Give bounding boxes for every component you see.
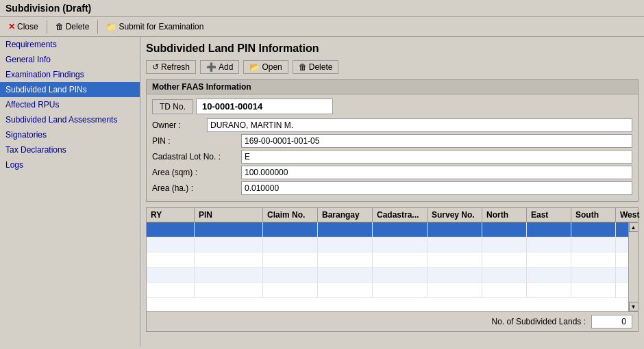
- cell-cadastra: [373, 268, 428, 282]
- refresh-icon: ↺: [152, 62, 159, 72]
- grid-footer: No. of Subdivided Lands : 0: [147, 311, 638, 331]
- sidebar-item-examination-findings[interactable]: Examination Findings: [0, 67, 140, 82]
- cell-cadastra: [373, 283, 428, 297]
- cell-south: [571, 253, 616, 267]
- td-row: TD No. 10-0001-00014: [152, 99, 632, 114]
- delete-button[interactable]: 🗑 Delete: [53, 21, 92, 33]
- cell-pin: [195, 283, 263, 297]
- cadastral-lot-row: Cadastral Lot No. : E: [152, 150, 632, 164]
- table-row[interactable]: [147, 283, 628, 298]
- submit-button[interactable]: 📁 Submit for Examination: [103, 21, 206, 33]
- cell-north: [482, 222, 527, 237]
- cell-cadastra: [373, 237, 428, 252]
- sidebar: Requirements General Info Examination Fi…: [0, 37, 140, 346]
- sidebar-item-tax-declarations[interactable]: Tax Declarations: [0, 142, 140, 157]
- cell-pin: [195, 268, 263, 282]
- sidebar-item-subdivided-land-pins[interactable]: Subdivided Land PINs: [0, 82, 140, 97]
- close-button[interactable]: ✕ Close: [5, 21, 41, 33]
- submit-label: Submit for Examination: [119, 22, 203, 31]
- cell-survey: [428, 253, 482, 267]
- add-label: Add: [219, 62, 233, 72]
- cell-north: [482, 237, 527, 252]
- sidebar-item-logs[interactable]: Logs: [0, 157, 140, 172]
- pin-row: PIN : 169-00-0001-001-05: [152, 134, 632, 148]
- sidebar-item-subdivided-land-assessments[interactable]: Subdivided Land Assessments: [0, 112, 140, 127]
- action-delete-icon: 🗑: [299, 62, 307, 72]
- cell-west: [616, 237, 628, 252]
- cell-east: [527, 237, 571, 252]
- cell-claim: [263, 222, 318, 237]
- footer-label: No. of Subdivided Lands :: [492, 317, 586, 326]
- close-icon: ✕: [8, 22, 15, 31]
- action-delete-label: Delete: [309, 62, 333, 72]
- page-title: Subdivided Land PIN Information: [146, 42, 639, 55]
- submit-icon: 📁: [106, 22, 116, 31]
- cell-ry: [147, 222, 195, 237]
- cell-claim: [263, 268, 318, 282]
- grid-header: RY PIN Claim No. Barangay Cadastra... Su…: [147, 208, 638, 222]
- open-button[interactable]: 📂 Open: [243, 60, 288, 74]
- cell-ry: [147, 268, 195, 282]
- panel-body: TD No. 10-0001-00014 Owner : DURANO, MAR…: [147, 94, 638, 201]
- add-icon: ➕: [206, 62, 216, 72]
- cell-survey: [428, 283, 482, 297]
- cell-claim: [263, 283, 318, 297]
- area-ha-label: Area (ha.) :: [152, 183, 241, 193]
- table-row[interactable]: [147, 253, 628, 268]
- action-delete-button[interactable]: 🗑 Delete: [293, 60, 339, 74]
- main-layout: Requirements General Info Examination Fi…: [0, 37, 644, 346]
- grid-body[interactable]: [147, 222, 628, 311]
- cell-claim: [263, 237, 318, 252]
- table-row[interactable]: [147, 222, 628, 237]
- owner-row: Owner : DURANO, MARTIN M.: [152, 118, 632, 132]
- action-toolbar: ↺ Refresh ➕ Add 📂 Open 🗑 Delete: [146, 60, 639, 74]
- refresh-label: Refresh: [161, 62, 190, 72]
- separator-2: [97, 20, 98, 34]
- col-pin: PIN: [195, 208, 263, 222]
- cell-barangay: [318, 268, 373, 282]
- sidebar-item-requirements[interactable]: Requirements: [0, 37, 140, 52]
- cell-pin: [195, 237, 263, 252]
- title-bar: Subdivision (Draft): [0, 0, 644, 17]
- area-sqm-row: Area (sqm) : 100.000000: [152, 166, 632, 179]
- col-west: West: [616, 208, 644, 222]
- mother-faas-panel: Mother FAAS Information TD No. 10-0001-0…: [146, 79, 639, 202]
- cell-barangay: [318, 253, 373, 267]
- cell-survey: [428, 222, 482, 237]
- td-value: 10-0001-00014: [196, 99, 333, 114]
- scrollbar[interactable]: ▲ ▼: [628, 222, 638, 311]
- scroll-down-button[interactable]: ▼: [629, 302, 639, 311]
- td-no-button[interactable]: TD No.: [152, 99, 193, 114]
- cell-barangay: [318, 222, 373, 237]
- cell-north: [482, 268, 527, 282]
- sidebar-item-affected-rpus[interactable]: Affected RPUs: [0, 97, 140, 112]
- cell-west: [616, 268, 628, 282]
- cell-survey: [428, 237, 482, 252]
- cell-west: [616, 222, 628, 237]
- pin-value: 169-00-0001-001-05: [241, 134, 632, 148]
- table-row[interactable]: [147, 268, 628, 283]
- owner-value: DURANO, MARTIN M.: [207, 118, 632, 132]
- table-row[interactable]: [147, 237, 628, 253]
- area-sqm-label: Area (sqm) :: [152, 168, 241, 177]
- delete-icon: 🗑: [55, 22, 64, 31]
- refresh-button[interactable]: ↺ Refresh: [146, 60, 196, 74]
- data-grid: RY PIN Claim No. Barangay Cadastra... Su…: [146, 207, 639, 332]
- cell-east: [527, 283, 571, 297]
- cell-ry: [147, 283, 195, 297]
- area-ha-value: 0.010000: [241, 181, 632, 195]
- cell-east: [527, 222, 571, 237]
- add-button[interactable]: ➕ Add: [200, 60, 239, 74]
- sidebar-item-general-info[interactable]: General Info: [0, 52, 140, 67]
- cell-claim: [263, 253, 318, 267]
- scroll-up-button[interactable]: ▲: [629, 222, 639, 232]
- cadastral-lot-label: Cadastral Lot No. :: [152, 152, 241, 161]
- open-label: Open: [262, 62, 282, 72]
- sidebar-item-signatories[interactable]: Signatories: [0, 127, 140, 142]
- cell-pin: [195, 253, 263, 267]
- main-toolbar: ✕ Close 🗑 Delete 📁 Submit for Examinatio…: [0, 17, 644, 37]
- col-east: East: [527, 208, 571, 222]
- cell-west: [616, 253, 628, 267]
- col-ry: RY: [147, 208, 195, 222]
- grid-body-wrapper: ▲ ▼: [147, 222, 638, 311]
